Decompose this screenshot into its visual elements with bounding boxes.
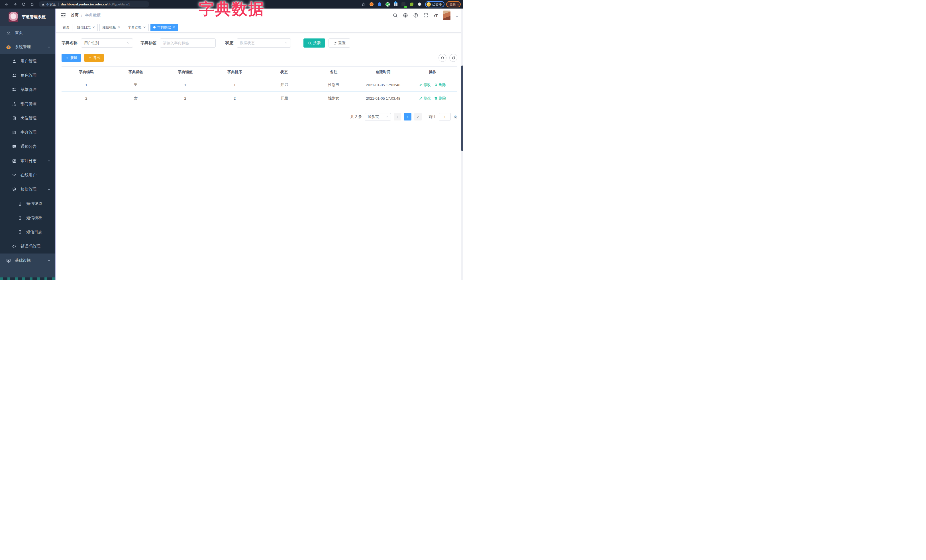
sidebar-item-error-codes[interactable]: 错误码管理 [0,239,56,254]
extension-drop-icon[interactable] [377,2,382,7]
window-scrollbar[interactable] [461,9,463,280]
sidebar-item-sms-log[interactable]: 短信日志 [0,225,56,239]
sidebar-item-online-users[interactable]: 在线用户 [0,168,56,182]
delete-link[interactable]: 删除 [434,96,446,101]
window-scrollbar-thumb[interactable] [461,65,463,151]
delete-link-label: 删除 [439,96,446,101]
profile-chip[interactable]: ☺ 已暂停 [425,1,445,8]
font-size-icon[interactable]: TT [434,13,438,18]
sidebar-logo[interactable]: 芋道管理系统 [0,9,56,26]
forward-icon[interactable] [12,2,18,7]
trash-icon [434,83,438,87]
sidebar-item-menus[interactable]: 菜单管理 [0,83,56,97]
delete-link[interactable]: 删除 [434,82,446,88]
search-icon [308,41,312,45]
close-icon[interactable]: ✕ [172,26,175,29]
chevron-up-icon [47,188,51,191]
sidebar-item-departments[interactable]: 部门管理 [0,97,56,111]
sidebar-item-notices[interactable]: 通知公告 [0,140,56,154]
download-icon [88,56,92,60]
toggle-search-button[interactable] [439,54,446,62]
chevron-down-icon [47,259,51,262]
sidebar-item-label: 菜单管理 [21,87,36,92]
sidebar-item-label: 在线用户 [21,173,36,178]
sidebar-item-roles[interactable]: 角色管理 [0,68,56,83]
reset-button-label: 重置 [338,41,346,45]
cell-sort: 1 [210,78,260,92]
pagination: 共 2 条 10条/页 1 前往 页 [62,113,457,121]
search-icon[interactable] [393,13,398,18]
close-icon[interactable]: ✕ [143,26,145,29]
sidebar-item-label: 部门管理 [21,101,36,107]
sidebar-item-audit-log[interactable]: 审计日志 [0,154,56,168]
fullscreen-icon[interactable] [424,13,428,18]
sidebar-item-dict[interactable]: 字典管理 [0,125,56,140]
bookmark-star-icon[interactable] [360,2,366,7]
tab-sms-template[interactable]: 短信模板 ✕ [100,24,123,31]
close-icon[interactable]: ✕ [92,26,95,29]
user-avatar[interactable] [443,11,451,20]
tab-home[interactable]: 首页 [60,24,73,31]
help-icon[interactable] [413,13,418,18]
cell-status: 开启 [260,92,309,105]
not-secure-warning-icon [42,3,45,6]
home-icon[interactable] [29,2,35,7]
sidebar-item-users[interactable]: 用户管理 [0,54,56,68]
sidebar-item-sms[interactable]: 短信管理 [0,182,56,196]
id-badge-icon [12,116,17,121]
hamburger-collapse-icon[interactable] [61,12,66,18]
sidebar-item-sms-template[interactable]: 短信模板 [0,211,56,225]
goto-page-input[interactable] [439,113,451,121]
github-icon[interactable] [403,13,408,18]
tab-dict-manage[interactable]: 字典管理 ✕ [125,24,148,31]
refresh-icon [452,56,455,60]
status-select[interactable]: 数据状态 [237,38,291,48]
breadcrumb-home[interactable]: 首页 [71,13,79,18]
edit-link[interactable]: 修改 [419,82,431,88]
sidebar-item-posts[interactable]: 岗位管理 [0,111,56,125]
extension-adblock-icon[interactable] [369,2,374,7]
sidebar-item-system[interactable]: 系统管理 [0,40,56,54]
sidebar-item-label: 用户管理 [21,59,36,64]
extension-check-icon[interactable] [385,2,390,7]
page-number-current[interactable]: 1 [404,113,412,121]
cell-created: 2021-01-05 17:03:48 [359,92,408,105]
sidebar-item-infrastructure[interactable]: 基础设施 [0,254,56,268]
cell-value: 2 [160,92,210,105]
close-icon[interactable]: ✕ [118,26,120,29]
export-button[interactable]: 导出 [84,54,104,62]
dict-label-input[interactable] [163,41,213,45]
update-button[interactable]: 更新 [446,1,461,8]
sidebar-item-sms-channel[interactable]: 短信渠道 [0,196,56,211]
sidebar-menu: 首页 系统管理 用户管理 角色管理 菜单管理 [0,26,56,268]
page-suffix: 页 [454,114,457,119]
tab-sms-log[interactable]: 短信日志 ✕ [74,24,98,31]
cell-actions: 修改 删除 [408,78,457,92]
mobile-icon [18,201,22,206]
browser-menu-icon[interactable] [458,3,458,6]
address-bar[interactable]: 不安全 dashboard.yudao.iocoder.cn /dict/typ… [39,1,149,8]
dashboard-icon [6,30,11,35]
add-button[interactable]: 新增 [62,54,81,62]
edit-link[interactable]: 修改 [419,96,431,101]
extension-switch-icon[interactable]: on [401,2,406,7]
tab-dict-data[interactable]: 字典数据 ✕ [150,24,178,31]
page-content: 字典名称 用户性别 字典标签 状态 数据状态 搜索 [56,33,463,121]
reload-icon[interactable] [21,2,27,7]
refresh-table-button[interactable] [449,54,457,62]
dict-name-select[interactable]: 用户性别 [81,38,133,48]
back-icon[interactable] [4,2,9,7]
security-label: 不安全 [46,2,56,6]
edit-pencil-icon [419,97,422,100]
extension-leaf-icon[interactable] [409,2,414,7]
next-page-button[interactable] [414,113,422,121]
prev-page-button[interactable] [394,113,401,121]
avatar-caret-icon[interactable] [455,15,458,18]
extension-stats-icon[interactable] [393,2,398,7]
dict-label-label: 字典标签 [141,41,156,45]
page-size-select[interactable]: 10条/页 [365,113,391,121]
search-button[interactable]: 搜索 [303,38,325,48]
reset-button[interactable]: 重置 [328,38,350,48]
sidebar-item-home[interactable]: 首页 [0,26,56,40]
extensions-puzzle-icon[interactable] [417,2,422,7]
